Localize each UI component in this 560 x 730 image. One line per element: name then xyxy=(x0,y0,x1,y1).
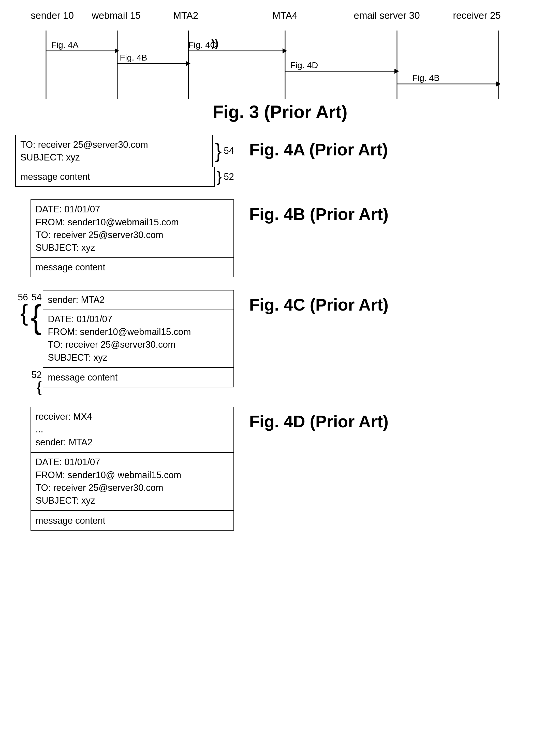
svg-text:Fig. 4D: Fig. 4D xyxy=(290,60,318,70)
fig4d-envelope-box: receiver: MX4 ... sender: MTA2 xyxy=(31,407,234,453)
fig4c-inner-brace: { xyxy=(31,303,42,331)
node-label-email-server: email server 30 xyxy=(354,10,420,21)
fig4d-header-line3: TO: receiver 25@server30.com xyxy=(36,481,229,494)
fig4b-content: DATE: 01/01/07 FROM: sender10@webmail15.… xyxy=(15,199,234,277)
fig4a-header-line1: TO: receiver 25@server30.com xyxy=(20,138,208,151)
fig4d-envelope-line2: ... xyxy=(36,423,229,436)
fig4d-section: receiver: MX4 ... sender: MTA2 DATE: 01/… xyxy=(15,407,545,531)
fig4b-header-line4: SUBJECT: xyz xyxy=(36,241,229,254)
fig4c-envelope-box: sender: MTA2 xyxy=(43,290,234,309)
fig4b-box: DATE: 01/01/07 FROM: sender10@webmail15.… xyxy=(31,199,234,277)
fig4c-body-box: message content xyxy=(43,368,234,387)
fig4d-header-box: DATE: 01/01/07 FROM: sender10@ webmail15… xyxy=(31,453,234,511)
fig4a-content: TO: receiver 25@server30.com SUBJECT: xy… xyxy=(15,135,234,187)
fig4c-outer-brace: { xyxy=(20,303,28,323)
fig4b-title-area: Fig. 4B (Prior Art) xyxy=(249,199,545,224)
fig4d-body-box: message content xyxy=(31,511,234,531)
fig4d-header-line1: DATE: 01/01/07 xyxy=(36,456,229,469)
svg-text:Fig. 4A: Fig. 4A xyxy=(51,40,79,50)
fig4c-title: Fig. 4C (Prior Art) xyxy=(249,295,389,314)
svg-text:Fig. 4B: Fig. 4B xyxy=(120,53,147,62)
fig4c-body-line1: message content xyxy=(48,371,229,384)
fig4c-header-line1: DATE: 01/01/07 xyxy=(48,313,229,326)
fig4d-envelope: receiver: MX4 ... sender: MTA2 xyxy=(31,407,233,452)
fig4b-title: Fig. 4B (Prior Art) xyxy=(249,205,389,224)
fig4b-body-line1: message content xyxy=(36,261,229,274)
fig4b-header: DATE: 01/01/07 FROM: sender10@webmail15.… xyxy=(31,200,233,258)
fig4c-section: 56 { 54 { sender: MTA2 xyxy=(15,290,545,394)
fig4d-body: message content xyxy=(31,511,233,530)
fig4a-header-box: TO: receiver 25@server30.com SUBJECT: xy… xyxy=(15,135,213,167)
fig4b-section: DATE: 01/01/07 FROM: sender10@webmail15.… xyxy=(15,199,545,277)
fig4a-title: Fig. 4A (Prior Art) xyxy=(249,140,388,159)
fig4c-envelope-line1: sender: MTA2 xyxy=(48,294,229,306)
brace-52-label: 52 xyxy=(224,167,234,187)
fig4b-header-line3: TO: receiver 25@server30.com xyxy=(36,229,229,241)
fig4a-body-box: message content xyxy=(15,167,215,187)
brace-54-label: 54 xyxy=(224,135,234,167)
fig4b-header-line2: FROM: sender10@webmail15.com xyxy=(36,216,229,229)
fig4a-header-line2: SUBJECT: xyz xyxy=(20,151,208,164)
fig4d-title-area: Fig. 4D (Prior Art) xyxy=(249,407,545,431)
fig4d-header-line2: FROM: sender10@ webmail15.com xyxy=(36,469,229,481)
fig4d-content: receiver: MX4 ... sender: MTA2 DATE: 01/… xyxy=(15,407,234,531)
fig4c-header-line4: SUBJECT: xyz xyxy=(48,351,229,364)
fig4d-envelope-line3: sender: MTA2 xyxy=(36,436,229,449)
brace-52-symbol: } xyxy=(217,169,222,184)
fig4c-content: 56 { 54 { sender: MTA2 xyxy=(15,290,234,394)
node-label-receiver: receiver 25 xyxy=(453,10,501,21)
node-label-mta2: MTA2 xyxy=(173,10,198,21)
fig4b-header-line1: DATE: 01/01/07 xyxy=(36,203,229,216)
fig4c-title-area: Fig. 4C (Prior Art) xyxy=(249,290,545,314)
fig4a-section: TO: receiver 25@server30.com SUBJECT: xy… xyxy=(15,135,545,187)
node-label-sender: sender 10 xyxy=(31,10,74,21)
fig4d-envelope-line1: receiver: MX4 xyxy=(36,410,229,423)
fig4a-body-line1: message content xyxy=(20,170,210,183)
fig4d-body-line1: message content xyxy=(36,514,229,527)
node-label-mta4: MTA4 xyxy=(272,10,298,21)
svg-text:Fig. 4C: Fig. 4C xyxy=(188,40,216,50)
fig3-title: Fig. 3 (Prior Art) xyxy=(15,102,545,122)
fig4c-body-brace: { xyxy=(37,380,42,394)
fig4a-title-area: Fig. 4A (Prior Art) xyxy=(249,135,545,159)
fig4c-header-line2: FROM: sender10@webmail15.com xyxy=(48,326,229,338)
sequence-diagram: Fig. 4A Fig. 4B )) Fig. 4C Fig. 4D Fig. … xyxy=(16,28,544,99)
fig4d-title: Fig. 4D (Prior Art) xyxy=(249,412,389,431)
fig4c-header-box: DATE: 01/01/07 FROM: sender10@webmail15.… xyxy=(43,310,234,368)
fig4b-body: message content xyxy=(31,258,233,277)
brace-54-symbol: } xyxy=(215,141,222,161)
svg-text:Fig. 4B: Fig. 4B xyxy=(412,73,440,83)
fig4d-header: DATE: 01/01/07 FROM: sender10@ webmail15… xyxy=(31,453,233,511)
fig4c-header-line3: TO: receiver 25@server30.com xyxy=(48,338,229,351)
node-label-webmail: webmail 15 xyxy=(92,10,141,21)
fig4d-header-line4: SUBJECT: xyz xyxy=(36,494,229,507)
